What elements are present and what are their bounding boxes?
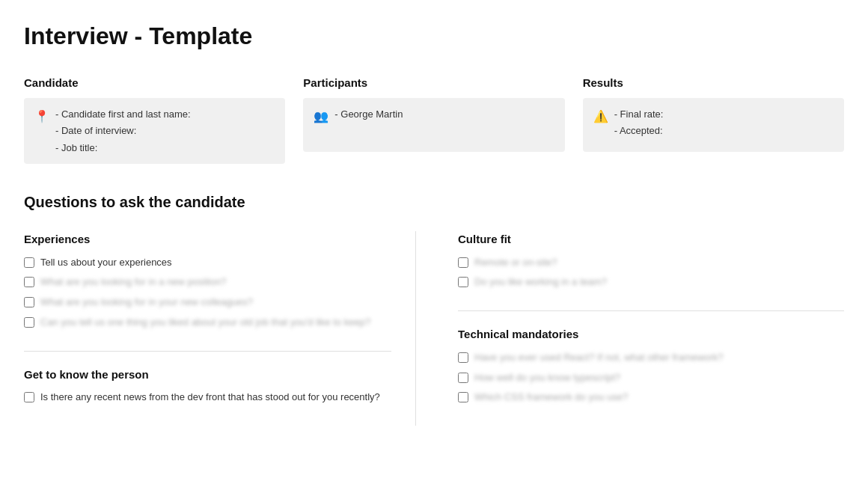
experiences-text-3: Can you tell us one thing you liked abou… bbox=[40, 316, 370, 330]
list-item: Is there any recent news from the dev fr… bbox=[24, 391, 391, 405]
list-item: Remote or on-site? bbox=[458, 256, 844, 270]
experiences-title: Experiences bbox=[24, 231, 391, 248]
culture-fit-checkbox-1[interactable] bbox=[458, 277, 468, 287]
culture-fit-items: Remote or on-site? Do you like working i… bbox=[458, 256, 844, 290]
culture-fit-divider bbox=[458, 310, 844, 311]
get-to-know-title: Get to know the person bbox=[24, 367, 391, 384]
results-label: Results bbox=[583, 75, 844, 92]
results-lines: - Final rate: - Accepted: bbox=[614, 107, 664, 138]
candidate-lines: - Candidate first and last name: - Date … bbox=[55, 107, 191, 156]
participants-box: 👥 - George Martin bbox=[303, 98, 564, 152]
experiences-text-1: What are you looking for in a new positi… bbox=[40, 275, 227, 290]
candidate-section: Candidate 📍 - Candidate first and last n… bbox=[24, 75, 285, 164]
results-row: ⚠️ - Final rate: - Accepted: bbox=[593, 107, 834, 138]
experiences-checkbox-0[interactable] bbox=[24, 257, 34, 268]
list-item: How well do you know typescript? bbox=[458, 371, 844, 385]
questions-title: Questions to ask the candidate bbox=[24, 191, 844, 213]
experiences-divider bbox=[24, 351, 391, 352]
culture-fit-checkbox-0[interactable] bbox=[458, 257, 468, 268]
culture-fit-text-1: Do you like working in a team? bbox=[474, 275, 607, 290]
pin-icon: 📍 bbox=[34, 108, 49, 126]
experiences-text-0: Tell us about your experiences bbox=[40, 256, 172, 270]
participant-name: - George Martin bbox=[334, 107, 403, 122]
technical-text-0: Have you ever used React? If not, what o… bbox=[474, 351, 723, 365]
technical-title: Technical mandatories bbox=[458, 326, 844, 343]
list-item: Do you like working in a team? bbox=[458, 275, 844, 290]
technical-checkbox-2[interactable] bbox=[458, 392, 468, 402]
experiences-items: Tell us about your experiences What are … bbox=[24, 256, 391, 330]
results-line2: - Accepted: bbox=[614, 123, 664, 138]
technical-checkbox-0[interactable] bbox=[458, 352, 468, 363]
get-to-know-checkbox-0[interactable] bbox=[24, 392, 34, 402]
list-item: What are you looking for in your new col… bbox=[24, 295, 391, 310]
participants-label: Participants bbox=[303, 75, 564, 92]
users-icon: 👥 bbox=[314, 108, 328, 126]
get-to-know-section: Get to know the person Is there any rece… bbox=[24, 367, 391, 405]
experiences-section: Experiences Tell us about your experienc… bbox=[24, 231, 391, 330]
page-title: Interview - Template bbox=[24, 18, 844, 54]
candidate-line2: - Date of interview: bbox=[55, 123, 191, 138]
left-column: Experiences Tell us about your experienc… bbox=[24, 231, 416, 426]
experiences-checkbox-1[interactable] bbox=[24, 277, 34, 287]
experiences-checkbox-3[interactable] bbox=[24, 317, 34, 328]
get-to-know-text-0: Is there any recent news from the dev fr… bbox=[40, 391, 380, 405]
results-section: Results ⚠️ - Final rate: - Accepted: bbox=[583, 75, 844, 164]
participants-row: 👥 - George Martin bbox=[314, 107, 554, 126]
questions-section: Questions to ask the candidate Experienc… bbox=[24, 191, 844, 426]
participants-section: Participants 👥 - George Martin bbox=[303, 75, 564, 164]
candidate-row: 📍 - Candidate first and last name: - Dat… bbox=[34, 107, 275, 156]
results-box: ⚠️ - Final rate: - Accepted: bbox=[583, 98, 844, 152]
technical-text-2: Which CSS framework do you use? bbox=[474, 391, 628, 405]
technical-items: Have you ever used React? If not, what o… bbox=[458, 351, 844, 405]
right-column: Culture fit Remote or on-site? Do you li… bbox=[452, 231, 844, 426]
culture-fit-section: Culture fit Remote or on-site? Do you li… bbox=[458, 231, 844, 290]
questions-grid: Experiences Tell us about your experienc… bbox=[24, 231, 844, 426]
experiences-checkbox-2[interactable] bbox=[24, 297, 34, 307]
experiences-text-2: What are you looking for in your new col… bbox=[40, 295, 253, 310]
list-item: Can you tell us one thing you liked abou… bbox=[24, 316, 391, 330]
technical-checkbox-1[interactable] bbox=[458, 373, 468, 383]
list-item: What are you looking for in a new positi… bbox=[24, 275, 391, 290]
candidate-box: 📍 - Candidate first and last name: - Dat… bbox=[24, 98, 285, 165]
candidate-line1: - Candidate first and last name: bbox=[55, 107, 191, 122]
candidate-line3: - Job title: bbox=[55, 141, 191, 156]
technical-text-1: How well do you know typescript? bbox=[474, 371, 620, 385]
get-to-know-items: Is there any recent news from the dev fr… bbox=[24, 391, 391, 405]
technical-section: Technical mandatories Have you ever used… bbox=[458, 326, 844, 405]
candidate-label: Candidate bbox=[24, 75, 285, 92]
list-item: Which CSS framework do you use? bbox=[458, 391, 844, 405]
list-item: Tell us about your experiences bbox=[24, 256, 391, 270]
culture-fit-text-0: Remote or on-site? bbox=[474, 256, 557, 270]
culture-fit-title: Culture fit bbox=[458, 231, 844, 248]
results-line1: - Final rate: bbox=[614, 107, 664, 122]
info-grid: Candidate 📍 - Candidate first and last n… bbox=[24, 75, 844, 164]
warning-icon: ⚠️ bbox=[593, 108, 608, 126]
list-item: Have you ever used React? If not, what o… bbox=[458, 351, 844, 365]
